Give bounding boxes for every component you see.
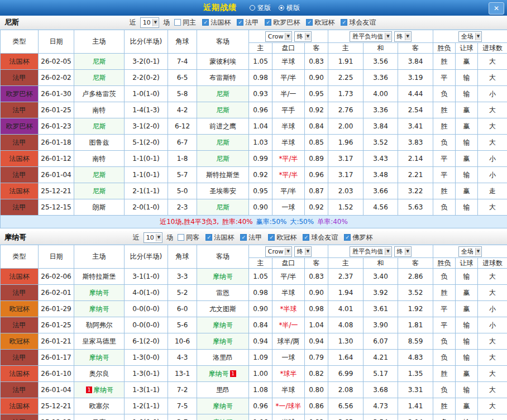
odds-home: 0.95	[249, 183, 272, 199]
odds-away: 0.96	[305, 167, 328, 183]
header-row-groups: 类型日期主场比分(半场)角球客场Crow▼终▼胜平负均值▼终▼全场▼	[1, 30, 507, 43]
away-team: 尼斯	[197, 151, 249, 167]
filter-checkbox-item[interactable]: ✓欧冠杯	[268, 233, 296, 242]
checkbox-icon[interactable]: ✓	[341, 19, 347, 26]
select-value: 胜平负均值	[352, 247, 383, 256]
checkbox-icon[interactable]: ✓	[265, 19, 271, 26]
avg-away-odds: 5.63	[398, 199, 433, 216]
filter-checkbox-item[interactable]: ✓欧罗巴杯	[265, 18, 300, 27]
checkbox-icon[interactable]: ✓	[303, 234, 309, 241]
filter-checkbox-item[interactable]: ✓法甲	[240, 233, 262, 242]
avg-home-odds: 1.64	[328, 350, 363, 366]
match-date: 26-01-23	[39, 118, 74, 135]
result-wdl: 胜	[433, 366, 456, 382]
avg-home-odds: 4.08	[328, 317, 363, 333]
fulltime-select[interactable]: 全场▼	[458, 31, 482, 42]
team-label: 摩纳哥	[213, 337, 233, 345]
home-team: 尼斯	[74, 167, 125, 183]
filter-checkbox-item[interactable]: 同客	[178, 233, 199, 242]
close-button[interactable]: ✕	[489, 2, 504, 15]
filter-checkbox-item[interactable]: ✓球会友谊	[303, 233, 338, 242]
match-row: 法甲26-01-25勒阿弗尔0-0(0-0)5-6摩纳哥0.84*半/一1.04…	[1, 317, 507, 333]
fulltime-select[interactable]: 全场▼	[458, 246, 482, 257]
team-label: 图鲁兹	[89, 139, 109, 146]
odds-home: 1.05	[249, 269, 272, 285]
filter-checkbox-item[interactable]: ✓欧冠杯	[306, 18, 334, 27]
odds-final-select[interactable]: 终▼	[294, 31, 312, 42]
filter-label: 欧冠杯	[276, 233, 296, 242]
avg-home-odds: 6.99	[328, 366, 363, 382]
result-wdl: 负	[433, 269, 456, 285]
home-team: 马赛	[74, 414, 125, 420]
corners: 5-2	[168, 285, 197, 301]
filter-label: 法甲	[248, 233, 262, 242]
match-date: 26-01-29	[39, 301, 74, 317]
odds-away: 0.83	[305, 269, 328, 285]
score: 1-3(0-1)	[125, 366, 168, 382]
avg-draw-odds: 3.61	[363, 301, 398, 317]
checkbox-icon[interactable]: ✓	[237, 19, 243, 26]
avg-odds-select[interactable]: 胜平负均值▼	[350, 246, 391, 257]
team-label: 斯特拉斯堡	[206, 171, 240, 179]
checkbox-icon[interactable]: ✓	[306, 19, 313, 26]
checkbox-icon[interactable]: ✓	[240, 234, 247, 241]
odds-company-select[interactable]: Crow▼	[265, 31, 292, 42]
summary-text: 赢率:50%	[256, 218, 287, 226]
league-badge: 法国杯	[1, 183, 39, 199]
team-label: 朗斯	[93, 203, 106, 211]
league-badge: 法甲	[1, 167, 39, 183]
checkbox-icon[interactable]: ✓	[268, 234, 275, 241]
match-row: 欧冠杯26-01-29摩纳哥0-0(0-0)6-0尤文图斯0.90*半球0.98…	[1, 301, 507, 317]
avg-home-odds: 4.01	[328, 301, 363, 317]
checkbox-icon[interactable]: ✓	[205, 234, 212, 241]
team-label: 摩纳哥	[213, 273, 233, 280]
avg-final-select[interactable]: 终▼	[394, 246, 412, 257]
checkbox-icon[interactable]	[174, 19, 181, 26]
odds-group-header: Crow▼终▼	[249, 245, 328, 258]
match-date: 26-02-06	[39, 269, 74, 285]
team-label: 前进之鹰	[209, 122, 236, 130]
score: 1-0(1-0)	[125, 86, 168, 102]
avg-home-odds: 1.91	[328, 54, 363, 70]
match-row: 欧罗巴杯26-01-23尼斯3-1(2-0)6-12前进之鹰1.04半球0.84…	[1, 118, 507, 135]
result-goals: 大	[478, 366, 507, 382]
filter-checkbox-item[interactable]: ✓法国杯	[205, 233, 234, 242]
avg-away-odds: 3.22	[398, 183, 433, 199]
avg-home-odds: 2.03	[328, 183, 363, 199]
filter-checkbox-item[interactable]: ✓佛罗杯	[344, 233, 372, 242]
result-handicap: 输	[456, 86, 478, 102]
filter-checkbox-item[interactable]: 同主	[174, 18, 196, 27]
score: 1-0(0-0)	[125, 414, 168, 420]
odds-final-select[interactable]: 终▼	[294, 246, 312, 257]
filter-checkbox-item[interactable]: ✓法国杯	[202, 18, 231, 27]
summary-text: 大:50%	[290, 218, 314, 226]
result-goals: 大	[478, 382, 507, 398]
odds-company-select[interactable]: Crow▼	[265, 246, 292, 257]
odds-away: 0.95	[305, 86, 328, 102]
team-label: 卢多格雷茨	[83, 90, 116, 98]
layout-radio-horizontal[interactable]: 横版	[279, 3, 300, 13]
match-row: 法国杯26-02-05尼斯3-2(0-1)7-4蒙彼利埃1.05半球0.831.…	[1, 54, 507, 70]
match-count-select[interactable]: 10▼	[144, 232, 162, 243]
filter-label: 球会友谊	[311, 233, 338, 242]
filter-checkbox-item[interactable]: ✓球会友谊	[341, 18, 376, 27]
away-team: 雷恩	[197, 285, 249, 301]
match-count-select[interactable]: 10▼	[140, 17, 159, 28]
corners: 3-7	[168, 414, 197, 420]
checkbox-icon[interactable]: ✓	[344, 234, 351, 241]
team-label: 布雷斯特	[209, 74, 236, 82]
chevron-down-icon: ▼	[405, 33, 410, 40]
layout-radio-vertical[interactable]: 竖版	[250, 3, 271, 13]
checkbox-icon[interactable]	[178, 234, 184, 241]
avg-odds-select[interactable]: 胜平负均值▼	[350, 31, 391, 42]
filter-label: 佛罗杯	[352, 233, 372, 242]
team-section: 尼斯近10▼场同主✓法国杯✓法甲✓欧罗巴杯✓欧冠杯✓球会友谊类型日期主场比分(半…	[0, 16, 507, 228]
match-row: 法国杯26-02-06斯特拉斯堡3-1(1-0)3-3摩纳哥1.05平/半0.8…	[1, 269, 507, 285]
checkbox-icon[interactable]: ✓	[202, 19, 209, 26]
match-date: 26-01-04	[39, 167, 74, 183]
avg-final-select[interactable]: 终▼	[394, 31, 412, 42]
filter-checkbox-item[interactable]: ✓法甲	[237, 18, 259, 27]
league-badge: 法国杯	[1, 269, 39, 285]
team-label: 圣埃蒂安	[209, 187, 236, 195]
avg-draw-odds: 3.56	[363, 54, 398, 70]
